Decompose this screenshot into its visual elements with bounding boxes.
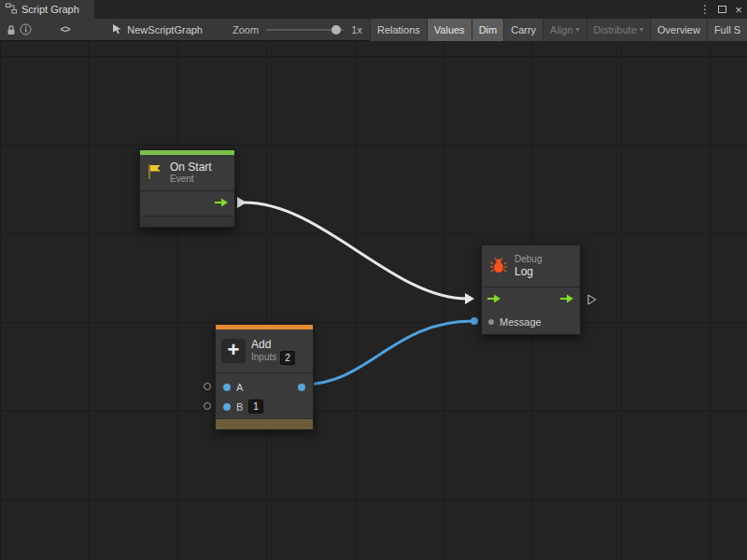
node-footer (140, 216, 234, 227)
bug-icon (489, 256, 508, 276)
wire-onstart-to-log[interactable] (245, 203, 467, 299)
toolbar-buttons: Relations Values Dim Carry Align▾ Distri… (370, 19, 747, 41)
zoom-label: Zoom (233, 24, 259, 35)
message-port-row[interactable]: Message (482, 312, 580, 334)
sum-output-port[interactable] (298, 384, 305, 391)
values-button[interactable]: Values (427, 19, 472, 41)
window-close-button[interactable]: × (730, 0, 747, 19)
code-icon[interactable]: <> (58, 20, 73, 40)
wire-end-arrow (465, 293, 474, 304)
port-a-label: A (236, 382, 243, 393)
tab-script-graph[interactable]: Script Graph (0, 0, 94, 19)
node-header[interactable]: On Start Event (140, 155, 234, 190)
wire-blue-end-dot (471, 317, 478, 325)
port-row-a: A (216, 377, 313, 397)
chevron-down-icon: ▾ (640, 25, 643, 34)
dim-button[interactable]: Dim (472, 19, 504, 41)
node-footer (216, 418, 313, 429)
node-flow-row (482, 287, 580, 312)
node-title: Log (514, 265, 542, 278)
message-port-label: Message (500, 316, 542, 328)
flow-continue-triangle-icon (587, 294, 597, 307)
port-b-label: B (236, 401, 243, 413)
node-header[interactable]: + Add Inputs 2 (216, 329, 313, 372)
node-port-section (140, 191, 234, 216)
flow-input-port[interactable] (487, 294, 501, 305)
graph-name-label: NewScriptGraph (127, 24, 203, 35)
port-a-input[interactable] (223, 384, 231, 391)
zoom-slider-handle[interactable] (331, 25, 341, 35)
node-subtitle: Debug (514, 254, 542, 265)
carry-button[interactable]: Carry (503, 19, 543, 41)
distribute-button[interactable]: Distribute▾ (586, 19, 650, 41)
script-graph-icon (6, 3, 17, 16)
wire-add-to-message[interactable] (303, 321, 472, 385)
node-subtitle: Event (170, 174, 212, 185)
message-input-port[interactable] (488, 319, 494, 325)
flag-icon (146, 162, 164, 183)
flow-output-port[interactable] (215, 198, 229, 209)
lock-icon[interactable] (4, 20, 19, 40)
chevron-down-icon: ▾ (576, 25, 580, 34)
plus-icon: + (221, 339, 246, 363)
graph-wires (0, 41, 747, 560)
node-title: Add (251, 338, 295, 351)
relations-button[interactable]: Relations (370, 19, 427, 41)
tab-bar: Script Graph ⋮ × (0, 0, 747, 19)
align-button[interactable]: Align▾ (543, 19, 585, 41)
port-row-b: B 1 (216, 397, 313, 416)
graph-name-breadcrumb[interactable]: NewScriptGraph (111, 23, 203, 36)
graph-toolbar: <> NewScriptGraph Zoom 1x Relations Valu… (0, 19, 747, 41)
graph-asset-icon (111, 23, 122, 36)
inputs-label: Inputs (251, 352, 276, 363)
maximize-icon (718, 6, 726, 13)
info-icon[interactable] (19, 20, 34, 40)
zoom-slider[interactable] (266, 29, 344, 31)
tab-title: Script Graph (21, 4, 79, 15)
window-menu-button[interactable]: ⋮ (697, 0, 713, 19)
node-on-start[interactable]: On Start Event (139, 149, 235, 228)
node-debug-log[interactable]: Debug Log Message (481, 245, 581, 335)
window-maximize-button[interactable] (713, 0, 730, 19)
port-b-value-field[interactable]: 1 (248, 399, 263, 413)
flow-output-port[interactable] (560, 294, 574, 305)
overview-button[interactable]: Overview (650, 19, 707, 41)
unconnected-port-indicator (204, 383, 211, 390)
tabbar-spacer (94, 0, 697, 19)
graph-canvas[interactable]: On Start Event (0, 41, 747, 560)
script-graph-window: Script Graph ⋮ × <> NewScriptGraph Zoom … (0, 0, 747, 560)
node-title: On Start (170, 161, 212, 174)
zoom-value: 1x (351, 24, 362, 35)
node-header[interactable]: Debug Log (482, 245, 580, 287)
node-port-section: A B 1 (216, 372, 313, 418)
fullscreen-button[interactable]: Full S (707, 19, 747, 41)
unconnected-port-indicator (204, 402, 211, 410)
inputs-count-field[interactable]: 2 (280, 351, 295, 365)
wire-start-arrow (237, 197, 247, 208)
node-add[interactable]: + Add Inputs 2 A (215, 324, 314, 430)
port-b-input[interactable] (223, 403, 231, 411)
